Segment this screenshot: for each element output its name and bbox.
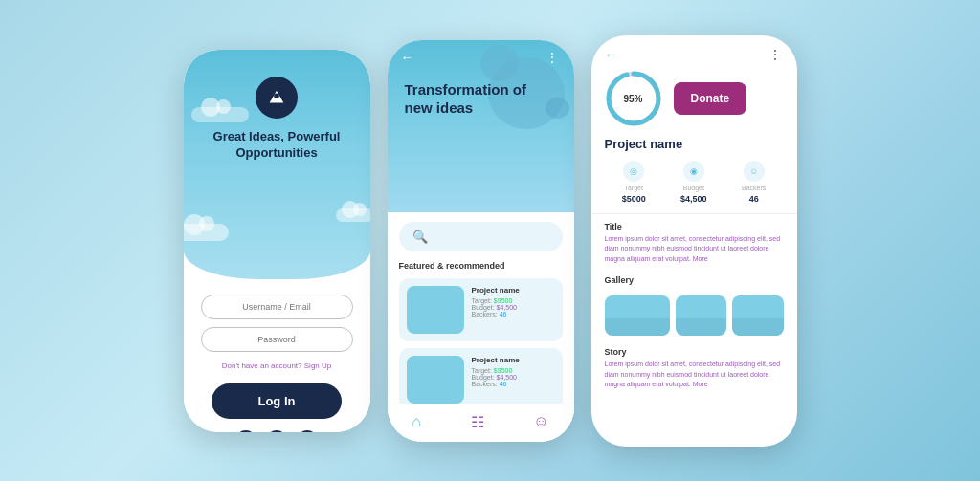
- phone-detail: ← ⋮ 95% Donate Project name ◎ Target $50…: [591, 35, 797, 447]
- budget-icon: ◉: [683, 161, 704, 182]
- project-target-row-2: Target: $9500: [472, 367, 520, 374]
- svg-point-1: [274, 93, 279, 98]
- phone2-top: ← ⋮ Transformation of new ideas: [388, 40, 574, 212]
- stats-row: ◎ Target $5000 ◉ Budget $4,500 ☺ Backers…: [591, 161, 797, 214]
- progress-label: 95%: [623, 93, 642, 103]
- cloud-1: [184, 224, 229, 241]
- signup-link[interactable]: Sign Up: [304, 361, 331, 370]
- project-card-info-1: Project name Target: $9500 Budget: $4,50…: [472, 286, 520, 317]
- phone3-back-icon[interactable]: ←: [605, 47, 618, 62]
- gallery-section-head: Gallery: [605, 275, 784, 285]
- target-value: $5000: [622, 194, 646, 204]
- cloud-2: [336, 208, 370, 222]
- linkedin-icon[interactable]: in: [297, 430, 318, 432]
- search-icon: 🔍: [412, 230, 428, 244]
- bottom-nav-bar: ⌂ ☷ ☺: [388, 404, 574, 442]
- project-card-img-2: [407, 356, 464, 404]
- featured-section-title: Featured & recommended: [399, 261, 563, 271]
- facebook-icon[interactable]: f: [235, 430, 256, 432]
- target-label: Target: [624, 185, 642, 191]
- profile-nav-icon[interactable]: ☺: [533, 413, 548, 430]
- cloud-3: [191, 107, 249, 122]
- home-nav-icon[interactable]: ⌂: [412, 413, 421, 430]
- username-input[interactable]: [201, 295, 353, 319]
- title-section-body: Lorem ipsum dolor sit amet, consectetur …: [605, 234, 784, 265]
- phone3-menu-icon[interactable]: ⋮: [768, 47, 784, 62]
- back-arrow-icon[interactable]: ←: [401, 50, 414, 65]
- twitter-icon[interactable]: t: [266, 430, 287, 432]
- phone1-top: Great Ideas, Powerful Opportunities: [184, 50, 370, 279]
- gallery-section: Gallery: [591, 268, 797, 292]
- project-budget-row-1: Budget: $4,500: [472, 304, 520, 311]
- budget-label: Budget: [683, 185, 704, 191]
- signup-text: Don't have an account? Sign Up: [222, 361, 332, 370]
- grid-nav-icon[interactable]: ☷: [471, 413, 484, 431]
- phone3-header: ← ⋮: [591, 35, 797, 70]
- project-budget-row-2: Budget: $4,500: [472, 374, 520, 381]
- gallery-row: [591, 292, 797, 339]
- stat-target: ◎ Target $5000: [622, 161, 646, 204]
- backers-icon: ☺: [744, 161, 765, 182]
- phone-login: Great Ideas, Powerful Opportunities Don'…: [184, 50, 370, 432]
- project-card-title-2: Project name: [472, 356, 520, 364]
- donate-button[interactable]: Donate: [674, 82, 747, 115]
- gallery-img-3: [732, 295, 783, 336]
- password-input[interactable]: [201, 327, 353, 352]
- project-backers-row-2: Backers: 46: [472, 381, 520, 387]
- project-target-row-1: Target: $9500: [472, 297, 520, 304]
- backers-value: 46: [749, 194, 759, 204]
- title-section-head: Title: [605, 222, 784, 231]
- phone-browse: ← ⋮ Transformation of new ideas 🔍 Featur…: [388, 40, 574, 442]
- story-more-link[interactable]: More: [693, 381, 708, 387]
- project-name: Project name: [591, 137, 797, 151]
- logo-icon: [256, 77, 298, 119]
- stat-budget: ◉ Budget $4,500: [680, 161, 707, 204]
- phone1-tagline: Great Ideas, Powerful Opportunities: [184, 128, 370, 162]
- project-top-row: 95% Donate: [591, 70, 797, 137]
- project-card-img-1: [407, 286, 464, 334]
- blob-small: [480, 45, 519, 81]
- login-button[interactable]: Log In: [212, 383, 341, 419]
- phone2-title: Transformation of new ideas: [401, 80, 561, 118]
- gallery-img-1: [605, 295, 671, 336]
- social-icons-row: f t in: [235, 430, 318, 432]
- gallery-img-2: [676, 295, 726, 336]
- project-backers-row-1: Backers: 46: [472, 311, 520, 317]
- progress-circle: 95%: [605, 70, 662, 127]
- search-bar[interactable]: 🔍: [399, 222, 563, 251]
- project-card-1[interactable]: Project name Target: $9500 Budget: $4,50…: [399, 278, 563, 341]
- target-icon: ◎: [623, 161, 644, 182]
- stat-backers: ☺ Backers 46: [742, 161, 766, 204]
- menu-dots-icon[interactable]: ⋮: [546, 50, 561, 65]
- project-card-2[interactable]: Project name Target: $9500 Budget: $4,50…: [399, 348, 563, 411]
- project-card-title-1: Project name: [472, 286, 520, 295]
- story-section: Story Lorem ipsum dolor sit amet, consec…: [591, 339, 797, 394]
- budget-value: $4,500: [680, 194, 707, 204]
- project-card-info-2: Project name Target: $9500 Budget: $4,50…: [472, 356, 520, 387]
- title-section: Title Lorem ipsum dolor sit amet, consec…: [591, 214, 797, 269]
- phone1-bottom: Don't have an account? Sign Up Log In f …: [184, 279, 370, 432]
- story-section-head: Story: [605, 347, 784, 357]
- backers-label: Backers: [742, 185, 766, 191]
- story-section-body: Lorem ipsum dolor sit amet, consectetur …: [605, 360, 784, 390]
- phones-container: Great Ideas, Powerful Opportunities Don'…: [165, 16, 816, 466]
- title-more-link[interactable]: More: [693, 255, 708, 262]
